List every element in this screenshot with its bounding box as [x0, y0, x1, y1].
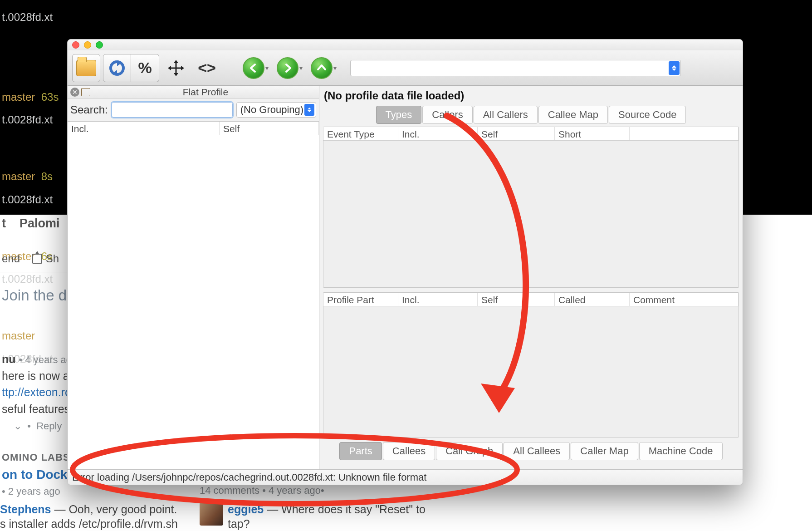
combo-dropdown-icon[interactable]: [669, 61, 680, 75]
tab-parts[interactable]: Parts: [339, 442, 382, 460]
chevron-down-icon: ⌄: [14, 420, 22, 432]
col-self2[interactable]: Self: [478, 293, 555, 306]
toolbar: % <> ▾ ▾ ▾: [68, 50, 743, 86]
top-panel: Event Type Incl. Self Short: [323, 127, 739, 288]
avatar: [200, 502, 223, 526]
duplicate-icon[interactable]: [81, 88, 90, 96]
tab-callers[interactable]: Callers: [422, 106, 472, 124]
toolbar-combo[interactable]: [350, 60, 681, 76]
tab-source-code[interactable]: Source Code: [609, 106, 686, 124]
titlebar[interactable]: [68, 39, 743, 50]
folder-icon: [76, 60, 96, 76]
forward-dropdown-icon[interactable]: ▾: [299, 64, 303, 72]
right-pane: (No profile data file loaded) Types Call…: [319, 86, 743, 469]
col-incl[interactable]: Incl.: [68, 122, 220, 135]
tab-all-callers[interactable]: All Callers: [474, 106, 538, 124]
back-button[interactable]: [243, 57, 264, 79]
up-button[interactable]: [311, 57, 333, 79]
tab-callees[interactable]: Callees: [383, 442, 435, 460]
no-profile-title: (No profile data file loaded): [319, 86, 743, 106]
arrow-left-icon: [248, 63, 259, 74]
tab-all-callees[interactable]: All Callees: [504, 442, 570, 460]
arrow-right-icon: [282, 63, 293, 74]
col-called[interactable]: Called: [555, 293, 630, 306]
grouping-select[interactable]: (No Grouping): [236, 102, 316, 118]
col-comment[interactable]: Comment: [630, 293, 739, 306]
col-short[interactable]: Short: [555, 127, 630, 140]
search-label: Search:: [70, 103, 108, 116]
move-tool-button[interactable]: [162, 54, 190, 82]
col-self[interactable]: Self: [478, 127, 555, 140]
close-window-button[interactable]: [72, 41, 79, 49]
col-event-type[interactable]: Event Type: [323, 127, 398, 140]
reply-link[interactable]: Reply: [36, 420, 62, 432]
refresh-icon: [108, 59, 126, 77]
maximize-window-button[interactable]: [96, 41, 103, 49]
up-dropdown-icon[interactable]: ▾: [333, 64, 337, 72]
tab-machine-code[interactable]: Machine Code: [639, 442, 723, 460]
mid-panel: Profile Part Incl. Self Called Comment: [323, 292, 739, 438]
percent-button[interactable]: %: [131, 54, 159, 82]
back-dropdown-icon[interactable]: ▾: [265, 64, 269, 72]
col-incl[interactable]: Incl.: [398, 127, 478, 140]
close-pane-button[interactable]: ✕: [70, 88, 79, 97]
status-bar: Error loading /Users/johnpc/repos/cacheg…: [68, 469, 743, 485]
code-tool-button[interactable]: <>: [193, 54, 221, 82]
col-incl2[interactable]: Incl.: [398, 293, 478, 306]
col-profile-part[interactable]: Profile Part: [323, 293, 398, 306]
top-tabbar: Types Callers All Callers Callee Map Sou…: [319, 106, 743, 127]
arrow-up-icon: [316, 63, 327, 74]
move-icon: [167, 59, 185, 77]
share-icon: [32, 254, 42, 264]
forward-button[interactable]: [277, 57, 298, 79]
col-self[interactable]: Self: [220, 122, 319, 135]
left-table-body: [68, 135, 319, 469]
left-pane: ✕ Flat Profile Search: (No Grouping) Inc…: [68, 86, 319, 469]
left-table-header: Incl. Self: [68, 122, 319, 135]
flat-profile-title: Flat Profile: [95, 87, 316, 98]
tab-types[interactable]: Types: [376, 106, 422, 124]
minimize-window-button[interactable]: [84, 41, 91, 49]
tab-call-graph[interactable]: Call Graph: [436, 442, 503, 460]
app-window: % <> ▾ ▾ ▾ ✕ Flat Profile Search: (No Gr…: [67, 39, 743, 485]
reload-button[interactable]: [103, 54, 131, 82]
search-input[interactable]: [112, 102, 233, 118]
open-file-button[interactable]: [72, 54, 100, 82]
select-dropdown-icon: [304, 104, 314, 116]
external-link[interactable]: ttp://exteon.ro: [2, 386, 71, 398]
tab-caller-map[interactable]: Caller Map: [571, 442, 638, 460]
tab-callee-map[interactable]: Callee Map: [538, 106, 608, 124]
bottom-tabbar: Parts Callees Call Graph All Callees Cal…: [319, 442, 743, 464]
